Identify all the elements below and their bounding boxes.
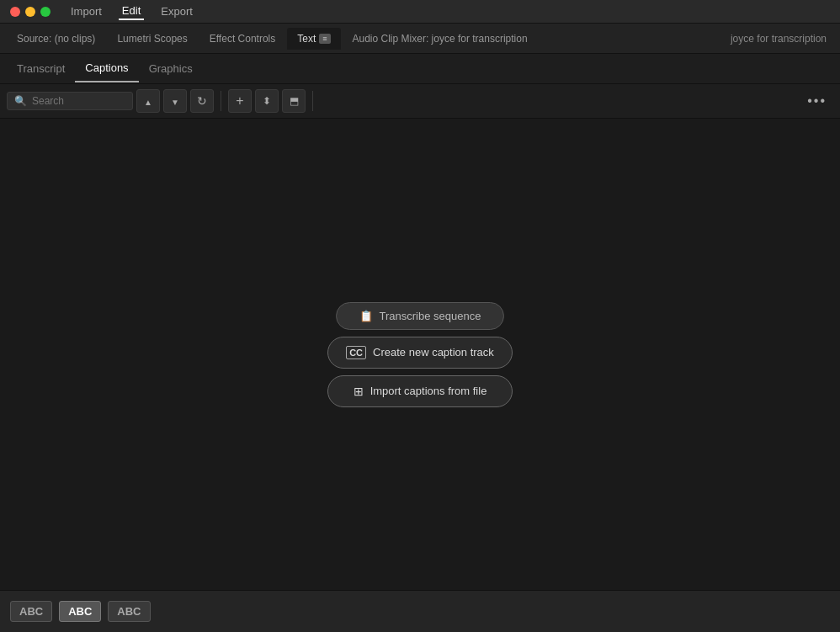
close-dot[interactable] (10, 7, 20, 17)
tab-text-badge: ≡ (319, 34, 330, 44)
main-content-area: 📋 Transcribe sequence CC Create new capt… (0, 119, 840, 590)
action-buttons-group: 📋 Transcribe sequence CC Create new capt… (327, 302, 513, 407)
more-dots-icon: ••• (807, 93, 827, 108)
window-title-bar: Import Edit Export (0, 0, 840, 24)
bottom-style-bar: ABC ABC ABC (0, 590, 840, 632)
tab-lumetri[interactable]: Lumetri Scopes (107, 28, 197, 50)
chevron-down-button[interactable] (163, 89, 187, 113)
active-sequence-label: joyce for transcription (724, 33, 833, 45)
refresh-button[interactable] (190, 89, 214, 113)
create-caption-label: Create new caption track (373, 346, 494, 358)
sub-tab-captions[interactable]: Captions (75, 55, 138, 82)
import-icon: ⊞ (354, 385, 364, 398)
align-icon: ⬍ (263, 95, 271, 107)
captions-toolbar: 🔍 ⬍ ⬒ ••• (0, 84, 840, 119)
nav-edit[interactable]: Edit (119, 3, 144, 20)
style-button-bold[interactable]: ABC (59, 601, 101, 622)
tab-audio-clip-mixer[interactable]: Audio Clip Mixer: joyce for transcriptio… (343, 28, 538, 50)
style-bold-label: ABC (68, 605, 92, 618)
style-button-italic[interactable]: ABC (108, 601, 150, 622)
toolbar-divider-2 (312, 91, 313, 111)
align-button[interactable]: ⬍ (255, 89, 279, 113)
nav-import[interactable]: Import (67, 3, 105, 19)
plus-icon (236, 93, 243, 109)
style-italic-label: ABC (117, 605, 141, 618)
style-button-plain[interactable]: ABC (10, 601, 52, 622)
nav-export[interactable]: Export (157, 3, 196, 19)
search-icon: 🔍 (14, 95, 27, 107)
toolbar-divider (221, 91, 221, 111)
minimize-dot[interactable] (25, 7, 35, 17)
tab-text[interactable]: Text ≡ (287, 28, 340, 50)
import-captions-label: Import captions from file (370, 385, 487, 397)
sub-tab-bar: Transcript Captions Graphics (0, 54, 840, 84)
window-controls[interactable] (10, 7, 51, 17)
create-caption-track-button[interactable]: CC Create new caption track (327, 337, 513, 369)
align2-icon: ⬒ (290, 95, 299, 107)
cc-icon: CC (346, 346, 366, 359)
maximize-dot[interactable] (40, 7, 51, 17)
sub-tab-transcript[interactable]: Transcript (7, 56, 75, 82)
chevron-up-button[interactable] (136, 89, 160, 113)
more-options-button[interactable]: ••• (800, 90, 833, 112)
tab-effect-controls[interactable]: Effect Controls (199, 28, 285, 50)
chevron-down-icon (171, 94, 179, 108)
tab-source[interactable]: Source: (no clips) (7, 28, 105, 50)
search-box[interactable]: 🔍 (7, 92, 133, 110)
tab-bar: Source: (no clips) Lumetri Scopes Effect… (0, 24, 840, 54)
add-button[interactable] (228, 89, 252, 113)
transcribe-sequence-button[interactable]: 📋 Transcribe sequence (336, 302, 504, 330)
chevron-up-icon (144, 94, 152, 108)
import-captions-button[interactable]: ⊞ Import captions from file (327, 375, 513, 407)
search-input[interactable] (32, 95, 125, 107)
align2-button[interactable]: ⬒ (282, 89, 306, 113)
refresh-icon (197, 94, 207, 108)
style-plain-label: ABC (19, 605, 43, 618)
transcribe-button-label: Transcribe sequence (380, 310, 481, 322)
top-nav: Import Edit Export (67, 3, 196, 20)
sub-tab-graphics[interactable]: Graphics (139, 56, 203, 82)
transcribe-icon: 📋 (359, 310, 373, 322)
